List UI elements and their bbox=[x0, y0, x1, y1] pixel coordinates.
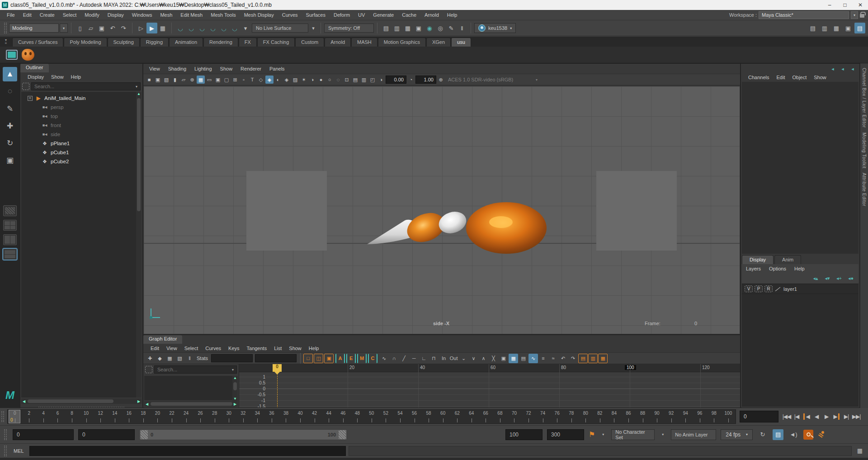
channel-box-body[interactable] bbox=[742, 82, 859, 254]
paint-effects-icon[interactable]: ✎ bbox=[446, 23, 457, 33]
range-end-handle[interactable] bbox=[339, 430, 346, 439]
viewport-menu-item[interactable]: Shading bbox=[164, 64, 190, 74]
layer-visibility-toggle[interactable]: V bbox=[745, 285, 753, 292]
menu-item[interactable]: Modify bbox=[80, 10, 103, 20]
center-current-time-icon[interactable]: ▣ bbox=[324, 354, 334, 363]
save-scene-icon[interactable]: ▣ bbox=[96, 23, 107, 33]
playback-end-field[interactable] bbox=[505, 429, 542, 440]
step-forward-frame-button[interactable]: ▶| bbox=[842, 412, 851, 422]
stats-time-field[interactable] bbox=[211, 354, 253, 362]
make-live-icon[interactable]: ◡ bbox=[229, 23, 240, 33]
viewport-menu-item[interactable]: Lighting bbox=[190, 64, 216, 74]
sidebar-panel-toggle[interactable]: Attribute Editor bbox=[862, 173, 867, 206]
fps-dropdown[interactable]: 24 fps ▾ bbox=[721, 429, 753, 440]
time-tick[interactable]: 16 bbox=[122, 410, 137, 423]
step-forward-key-button[interactable]: ▶ bbox=[832, 412, 841, 422]
menu-item[interactable]: Help bbox=[443, 10, 462, 20]
normalized-view-icon[interactable]: ≈ bbox=[548, 354, 558, 363]
graph-editor-menu-item[interactable]: Curves bbox=[202, 344, 225, 352]
time-tick[interactable]: 24 bbox=[179, 410, 193, 423]
snap-options-arrow-icon[interactable]: ▾ bbox=[240, 23, 251, 33]
render-view-icon[interactable]: ▤ bbox=[381, 23, 392, 33]
time-tick[interactable]: 82 bbox=[593, 410, 607, 423]
film-gate-icon[interactable]: ▭ bbox=[205, 76, 213, 84]
layer-editor-tab[interactable]: Display bbox=[742, 255, 774, 264]
play-backwards-button[interactable]: ◀ bbox=[812, 412, 821, 422]
outliner-search-arrow-icon[interactable]: ▾ bbox=[136, 85, 137, 89]
play-forwards-button[interactable]: ▶ bbox=[822, 412, 831, 422]
use-all-lights-icon[interactable]: ✶ bbox=[300, 76, 308, 84]
time-tick[interactable]: 70 bbox=[507, 410, 522, 423]
new-scene-icon[interactable]: ▯ bbox=[75, 23, 85, 33]
menu-item[interactable]: Mesh Tools bbox=[207, 10, 240, 20]
viewport-menu-item[interactable]: Panels bbox=[265, 64, 289, 74]
time-slider-drag-handle[interactable] bbox=[1, 411, 4, 422]
time-tick[interactable]: 44 bbox=[321, 410, 336, 423]
graph-search-arrow-icon[interactable]: ▾ bbox=[232, 368, 234, 372]
toggle-modeling-toolkit-icon[interactable]: ▤ bbox=[807, 23, 818, 33]
gamma-field[interactable] bbox=[415, 76, 436, 84]
command-language-toggle[interactable]: MEL bbox=[11, 448, 27, 454]
channel-manip-medium-icon[interactable]: ◂ bbox=[839, 65, 847, 73]
menu-item[interactable]: UV bbox=[354, 10, 369, 20]
sidebar-panel-toggle[interactable]: Modeling Toolkit bbox=[862, 133, 867, 169]
time-tick[interactable]: 98 bbox=[707, 410, 722, 423]
time-tick[interactable]: 92 bbox=[664, 410, 679, 423]
clamped-auto-tangent-icon[interactable]: C bbox=[368, 354, 377, 363]
user-account-menu[interactable]: keu1538 ▾ bbox=[474, 23, 516, 33]
animation-preferences-icon[interactable] bbox=[818, 431, 825, 439]
shelf-tab[interactable]: usu bbox=[451, 38, 471, 47]
toolbar-drag-handle[interactable] bbox=[4, 23, 7, 33]
command-line-input[interactable] bbox=[29, 446, 346, 456]
graph-search-input[interactable] bbox=[157, 367, 232, 372]
shelf-tab[interactable]: Rigging bbox=[140, 38, 169, 47]
lasso-select-tool-icon[interactable]: ◌ bbox=[3, 84, 17, 99]
retime-tool-icon[interactable]: ‖ bbox=[185, 354, 194, 363]
rotate-tool-icon[interactable]: ↻ bbox=[3, 136, 17, 150]
shelf-tab[interactable]: Arnold bbox=[325, 38, 351, 47]
time-tick[interactable]: 88 bbox=[636, 410, 650, 423]
time-tick[interactable]: 20 bbox=[151, 410, 165, 423]
safe-title-icon[interactable]: T bbox=[248, 76, 256, 84]
ease-tangent-icon[interactable]: E bbox=[346, 354, 356, 363]
time-tick[interactable]: 22 bbox=[165, 410, 179, 423]
lock-tangent-weight-icon[interactable]: ▣ bbox=[499, 354, 508, 363]
paint-select-tool-icon[interactable]: ✎ bbox=[3, 101, 17, 116]
open-scene-icon[interactable]: ▱ bbox=[85, 23, 96, 33]
flat-tangent-icon[interactable]: ─ bbox=[409, 354, 419, 363]
graph-settings-icon[interactable]: ▦ bbox=[598, 354, 608, 363]
outliner-vscrollbar[interactable]: ▲ bbox=[136, 92, 142, 398]
snap-projected-center-icon[interactable]: ◡ bbox=[208, 23, 218, 33]
time-tick[interactable]: 76 bbox=[550, 410, 564, 423]
shelf-tab[interactable]: Motion Graphics bbox=[378, 38, 426, 47]
time-tick[interactable]: 54 bbox=[393, 410, 407, 423]
scroll-up-icon[interactable]: ▲ bbox=[232, 376, 238, 381]
time-tick[interactable]: 46 bbox=[336, 410, 350, 423]
graph-editor-menu-item[interactable]: Show bbox=[285, 344, 305, 352]
toggle-humanik-icon[interactable]: ▥ bbox=[819, 23, 830, 33]
wireframe-on-shaded-icon[interactable]: ◐ bbox=[274, 76, 282, 84]
time-tick[interactable]: 80 bbox=[579, 410, 593, 423]
plateau-tangent-icon[interactable]: ⊓ bbox=[429, 354, 439, 363]
gamma-icon[interactable]: ◔ bbox=[407, 76, 415, 84]
time-tick[interactable]: 62 bbox=[450, 410, 464, 423]
graph-editor-menu-item[interactable]: Tangents bbox=[243, 344, 271, 352]
menu-item[interactable]: Mesh Display bbox=[240, 10, 278, 20]
select-object-icon[interactable]: ▶ bbox=[146, 23, 157, 33]
select-tool-icon[interactable]: ▲ bbox=[3, 67, 17, 81]
lattice-deform-keys-icon[interactable]: ▦ bbox=[165, 354, 175, 363]
viewport-menu-item[interactable]: Show bbox=[216, 64, 237, 74]
shelf-tab[interactable]: Rendering bbox=[203, 38, 238, 47]
anim-layer-arrow-icon[interactable]: ▾ bbox=[659, 432, 666, 436]
ipr-render-icon[interactable]: ▦ bbox=[402, 23, 413, 33]
time-tick[interactable]: 14 bbox=[108, 410, 122, 423]
layout-single-pane-button[interactable] bbox=[3, 205, 17, 216]
workspace-select[interactable]: Maya Classic* bbox=[759, 11, 849, 19]
snap-view-plane-icon[interactable]: ◡ bbox=[218, 23, 229, 33]
select-camera-icon[interactable]: ■ bbox=[145, 76, 153, 84]
time-slider-ruler[interactable]: 0246810121416182022242628303234363840424… bbox=[7, 409, 736, 424]
time-tick[interactable]: 12 bbox=[93, 410, 108, 423]
unify-tangents-icon[interactable]: ∧ bbox=[479, 354, 488, 363]
animation-end-field[interactable] bbox=[547, 429, 584, 440]
arnold-shelf-item-icon[interactable] bbox=[21, 47, 35, 62]
